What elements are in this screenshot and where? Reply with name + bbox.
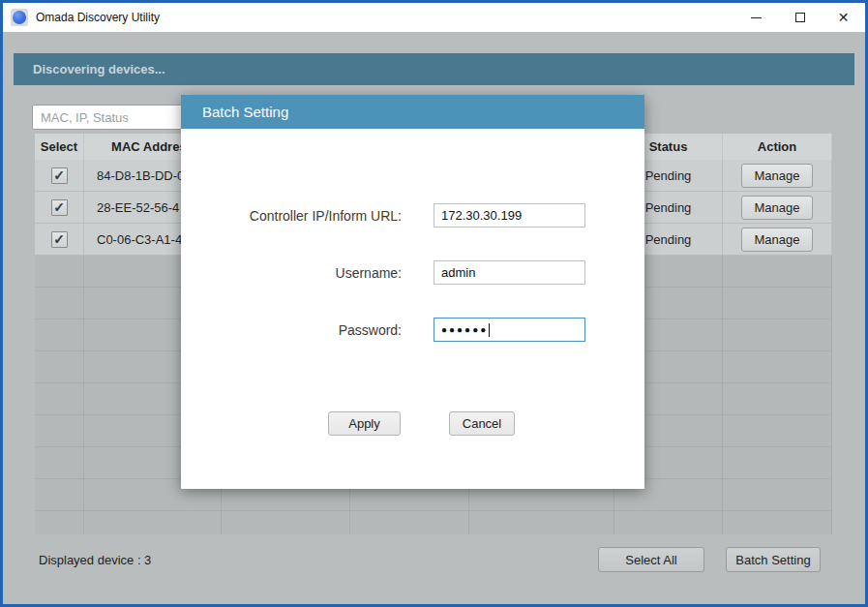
- close-icon: ✕: [838, 11, 850, 24]
- username-input[interactable]: [434, 260, 585, 285]
- minimize-button[interactable]: [734, 3, 778, 32]
- password-label: Password:: [181, 322, 402, 338]
- password-input[interactable]: ●●●●●●: [434, 318, 585, 342]
- check-icon: ✓: [53, 199, 65, 215]
- window-controls: ✕: [734, 3, 865, 32]
- select-cell: ✓: [35, 160, 84, 192]
- controller-url-input[interactable]: [434, 203, 585, 228]
- row-select-checkbox[interactable]: ✓: [51, 199, 68, 216]
- row-select-checkbox[interactable]: ✓: [51, 167, 68, 184]
- close-button[interactable]: ✕: [822, 3, 865, 32]
- controller-url-label: Controller IP/Inform URL:: [181, 208, 402, 224]
- check-icon: ✓: [53, 167, 65, 183]
- row-select-checkbox[interactable]: ✓: [51, 231, 68, 248]
- status-header-bar: Discovering devices...: [14, 53, 854, 85]
- status-header-text: Discovering devices...: [33, 62, 165, 76]
- select-all-button[interactable]: Select All: [598, 547, 704, 572]
- apply-button[interactable]: Apply: [328, 411, 401, 436]
- text-caret: [489, 323, 490, 337]
- displayed-device-count: Displayed device : 3: [39, 553, 151, 567]
- app-icon: [11, 9, 28, 26]
- action-cell: Manage: [723, 192, 832, 224]
- manage-button[interactable]: Manage: [741, 164, 813, 188]
- action-cell: Manage: [723, 160, 832, 192]
- select-cell: ✓: [35, 192, 84, 224]
- batch-setting-button[interactable]: Batch Setting: [726, 547, 821, 572]
- app-window: Omada Discovery Utility ✕ Discovering de…: [0, 0, 868, 607]
- cancel-button[interactable]: Cancel: [449, 411, 515, 436]
- action-cell: Manage: [723, 224, 832, 256]
- empty-table-row: [35, 511, 832, 534]
- window-title: Omada Discovery Utility: [36, 11, 160, 24]
- dialog-title: Batch Setting: [202, 104, 288, 120]
- title-bar: Omada Discovery Utility ✕: [3, 3, 865, 32]
- column-header-action: Action: [723, 134, 832, 160]
- minimize-icon: [751, 17, 762, 18]
- password-masked-value: ●●●●●●: [441, 324, 488, 335]
- batch-setting-dialog: Batch Setting Controller IP/Inform URL: …: [181, 95, 644, 489]
- column-header-select: Select: [35, 134, 84, 160]
- select-cell: ✓: [35, 224, 84, 256]
- manage-button[interactable]: Manage: [741, 196, 813, 220]
- username-label: Username:: [181, 265, 402, 281]
- check-icon: ✓: [53, 231, 65, 247]
- maximize-icon: [795, 13, 805, 22]
- dialog-title-bar: Batch Setting: [181, 95, 644, 129]
- manage-button[interactable]: Manage: [741, 228, 813, 252]
- maximize-button[interactable]: [778, 3, 822, 32]
